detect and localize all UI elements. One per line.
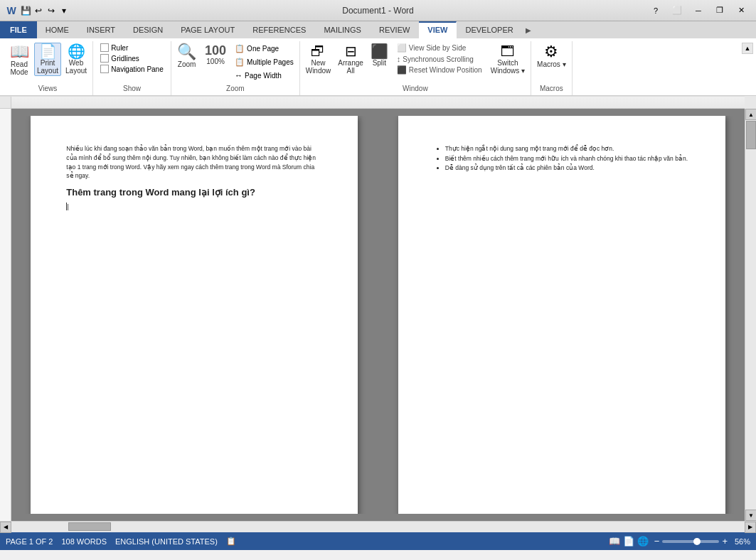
gridlines-checkbox-box[interactable] xyxy=(100,54,109,63)
switch-windows-label: SwitchWindows ▾ xyxy=(491,59,525,75)
tab-view[interactable]: VIEW xyxy=(419,21,457,38)
web-view-icon[interactable]: 🌐 xyxy=(637,536,649,546)
ribbon-display-button[interactable]: ⬜ xyxy=(668,4,686,18)
redo-icon[interactable]: ↪ xyxy=(46,5,57,16)
status-left: PAGE 1 OF 2 108 WORDS ENGLISH (UNITED ST… xyxy=(6,537,236,546)
minimize-button[interactable]: ─ xyxy=(689,4,708,18)
print-layout-icon: 📄 xyxy=(39,44,57,58)
scroll-up-button[interactable]: ▲ xyxy=(745,109,756,120)
gridlines-label: Gridlines xyxy=(111,55,139,63)
ruler-label: Ruler xyxy=(111,44,128,52)
switch-windows-button[interactable]: 🗔 SwitchWindows ▾ xyxy=(488,43,528,76)
sync-scrolling-button[interactable]: ↕ Synchronous Scrolling xyxy=(394,54,485,64)
zoom-slider[interactable] xyxy=(662,540,719,543)
tab-mailings[interactable]: MAILINGS xyxy=(315,21,371,38)
ruler-checkbox-box[interactable] xyxy=(100,43,109,52)
ruler-row xyxy=(0,96,756,109)
macros-button[interactable]: ⚙ Macros ▾ xyxy=(534,43,569,70)
cursor-position: | xyxy=(66,202,322,211)
print-view-icon[interactable]: 📄 xyxy=(623,536,634,546)
help-button[interactable]: ? xyxy=(646,4,665,18)
print-layout-button[interactable]: 📄 PrintLayout xyxy=(34,43,61,76)
scroll-track[interactable] xyxy=(745,120,756,510)
scroll-left-button[interactable]: ◀ xyxy=(0,522,11,533)
ribbon-group-show: Ruler Gridlines Navigation Pane Show xyxy=(93,41,171,95)
navigation-pane-checkbox[interactable]: Navigation Pane xyxy=(99,64,164,74)
new-window-button[interactable]: 🗗 NewWindow xyxy=(303,43,334,76)
close-button[interactable]: ✕ xyxy=(732,4,750,18)
bullet-1: Thực hiện ngắt nội dung sang một trang m… xyxy=(445,144,690,154)
reset-window-icon: ⬛ xyxy=(397,65,407,75)
reset-window-button[interactable]: ⬛ Reset Window Position xyxy=(394,65,485,75)
page-1[interactable]: Nhiều lúc khi đang soạn thảo văn bản tro… xyxy=(31,116,358,514)
one-page-button[interactable]: 📋 One Page xyxy=(232,43,297,55)
web-layout-button[interactable]: 🌐 WebLayout xyxy=(63,43,90,76)
ruler-corner xyxy=(745,96,756,109)
gridlines-checkbox[interactable]: Gridlines xyxy=(99,53,164,63)
page-info: PAGE 1 OF 2 xyxy=(6,537,53,546)
zoom-in-button[interactable]: + xyxy=(722,536,728,546)
web-layout-icon: 🌐 xyxy=(68,44,85,58)
tab-file[interactable]: FILE xyxy=(0,21,37,38)
split-button[interactable]: ⬛ Split xyxy=(368,43,391,68)
tab-developer[interactable]: DEVELOPER xyxy=(457,21,522,38)
scroll-down-button[interactable]: ▼ xyxy=(745,510,756,521)
multiple-pages-button[interactable]: 📋 Multiple Pages xyxy=(232,56,297,68)
show-group-label: Show xyxy=(96,82,168,94)
nav-pane-checkbox-box[interactable] xyxy=(100,65,109,73)
tab-insert[interactable]: INSERT xyxy=(78,21,124,38)
bullet-2: Biết thêm nhiều cách thêm trang mới hữu … xyxy=(445,154,690,164)
zoom-buttons: 🔍 Zoom 100 100% 📋 One Page 📋 Multiple Pa… xyxy=(174,43,297,82)
zoom-label: Zoom xyxy=(178,60,196,68)
title-bar-controls: ? ⬜ ─ ❐ ✕ xyxy=(646,4,750,18)
zoom-thumb[interactable] xyxy=(693,538,701,545)
status-bar: PAGE 1 OF 2 108 WORDS ENGLISH (UNITED ST… xyxy=(0,532,756,550)
zoom-button[interactable]: 🔍 Zoom xyxy=(174,43,199,70)
zoom-group-label: Zoom xyxy=(174,82,297,94)
save-icon[interactable]: 💾 xyxy=(20,5,31,16)
tab-review[interactable]: REVIEW xyxy=(371,21,419,38)
view-side-by-side-label: View Side by Side xyxy=(409,44,466,52)
horizontal-scrollbar: ◀ ▶ xyxy=(0,521,756,532)
ruler-checkbox[interactable]: Ruler xyxy=(99,43,164,53)
view-side-by-side-button[interactable]: ⬜ View Side by Side xyxy=(394,43,485,53)
arrange-all-button[interactable]: ⊟ ArrangeAll xyxy=(335,43,366,76)
arrange-all-icon: ⊟ xyxy=(345,44,357,58)
undo-icon[interactable]: ↩ xyxy=(33,5,44,16)
nav-pane-label: Navigation Pane xyxy=(111,65,163,73)
ribbon-group-macros: ⚙ Macros ▾ Macros xyxy=(531,41,573,95)
scroll-thumb[interactable] xyxy=(746,121,756,149)
track-changes-icon[interactable]: 📋 xyxy=(226,537,236,546)
page-2[interactable]: Thực hiện ngắt nội dung sang một trang m… xyxy=(398,116,725,514)
tab-page-layout[interactable]: PAGE LAYOUT xyxy=(172,21,244,38)
read-mode-label: ReadMode xyxy=(10,60,28,76)
tab-design[interactable]: DESIGN xyxy=(124,21,172,38)
switch-windows-icon: 🗔 xyxy=(501,44,515,58)
new-window-icon: 🗗 xyxy=(311,44,325,58)
zoom-level: 56% xyxy=(730,537,750,546)
page1-heading: Thêm trang trong Word mang lại lợi ích g… xyxy=(66,186,322,199)
h-scroll-track[interactable] xyxy=(11,522,745,532)
tab-scroll-right[interactable]: ▶ xyxy=(523,21,534,38)
zoom-100-label: 100% xyxy=(206,58,225,65)
zoom-out-button[interactable]: − xyxy=(654,536,660,546)
window-group-label: Window xyxy=(303,82,528,94)
tab-references[interactable]: REFERENCES xyxy=(244,21,315,38)
word-app-icon[interactable]: W xyxy=(6,5,17,16)
tab-home[interactable]: HOME xyxy=(37,21,78,38)
read-view-icon[interactable]: 📖 xyxy=(609,536,620,546)
customize-qat-icon[interactable]: ▾ xyxy=(58,5,70,16)
zoom-100-icon: 100 xyxy=(205,44,226,57)
zoom-100-button[interactable]: 100 100% xyxy=(202,43,229,67)
h-scroll-thumb[interactable] xyxy=(68,522,111,531)
quick-access-toolbar: 💾 ↩ ↪ ▾ xyxy=(20,5,70,16)
reset-window-label: Reset Window Position xyxy=(409,66,482,74)
read-mode-button[interactable]: 📖 ReadMode xyxy=(6,43,33,77)
view-mode-icons: 📖 📄 🌐 xyxy=(609,536,649,546)
ribbon-collapse-button[interactable]: ▲ xyxy=(742,43,753,54)
scroll-right-button[interactable]: ▶ xyxy=(745,522,756,533)
ribbon-tab-bar: FILE HOME INSERT DESIGN PAGE LAYOUT REFE… xyxy=(0,21,756,38)
restore-button[interactable]: ❐ xyxy=(710,4,729,18)
page-width-button[interactable]: ↔ Page Width xyxy=(232,70,297,81)
page-2-wrapper: Thực hiện ngắt nội dung sang một trang m… xyxy=(386,116,738,514)
